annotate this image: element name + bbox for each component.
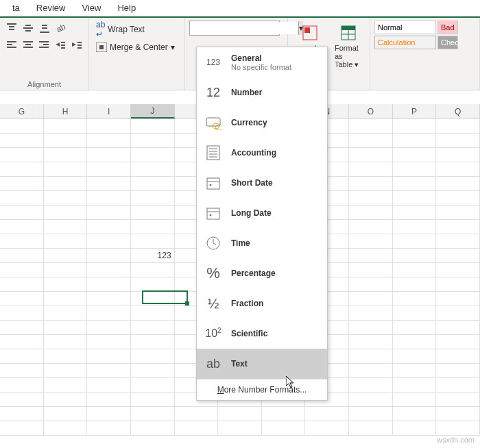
more-number-formats-link[interactable]: More Number Formats... [197,379,327,400]
decrease-indent-button[interactable] [53,37,68,52]
number-format-dropdown: 123 GeneralNo specific format 12 Number … [196,47,328,401]
format-option-percentage[interactable]: % Percentage [197,258,327,288]
menu-item-view[interactable]: View [73,1,109,15]
svg-rect-5 [25,30,31,32]
svg-rect-37 [207,146,219,160]
style-calculation[interactable]: Calculation [374,36,436,49]
style-check-cell[interactable]: Chec [437,36,458,49]
svg-marker-51 [286,376,293,388]
currency-icon [204,113,223,132]
merge-icon [96,42,107,52]
svg-rect-6 [42,25,47,26]
wrap-text-icon: ab↵ [96,20,105,39]
percentage-icon: % [204,264,223,283]
cell-styles-group: Normal Calculation Bad Chec [370,18,480,90]
col-header-j[interactable]: J [131,104,175,119]
align-right-button[interactable] [37,37,52,52]
col-header-h[interactable]: H [44,104,88,119]
number-format-input[interactable] [190,22,298,34]
svg-rect-9 [7,41,16,42]
menu-item-data[interactable]: ta [4,1,28,15]
orientation-button[interactable]: ab [53,21,69,36]
svg-marker-22 [72,42,76,47]
svg-rect-12 [23,41,33,42]
conditional-formatting-icon [300,23,320,42]
svg-marker-18 [56,42,60,47]
svg-rect-42 [207,178,219,189]
merge-center-label: Merge & Center [110,42,168,52]
svg-rect-21 [61,47,65,49]
svg-rect-1 [9,26,14,27]
format-option-currency[interactable]: Currency [197,108,327,138]
mouse-cursor-icon [286,376,297,390]
long-date-icon [204,203,223,223]
format-as-table-button[interactable]: Format asTable ▾ [331,21,366,88]
svg-rect-8 [40,32,49,33]
number-icon: 12 [204,83,223,102]
svg-rect-7 [42,27,47,29]
svg-rect-14 [23,47,33,48]
active-cell-outline [142,290,188,304]
wrap-text-button[interactable]: ab↵ Wrap Text [93,21,180,38]
style-bad[interactable]: Bad [437,21,458,34]
number-format-combo[interactable]: ▾ [189,21,280,36]
increase-indent-button[interactable] [69,37,84,52]
format-option-number[interactable]: 12 Number [197,77,327,108]
svg-rect-0 [7,23,16,25]
fraction-icon: ½ [204,294,223,313]
svg-rect-27 [99,45,104,49]
svg-rect-2 [9,29,14,30]
svg-rect-13 [25,44,31,45]
format-option-accounting[interactable]: Accounting [197,138,327,168]
svg-rect-17 [39,47,49,48]
format-option-general[interactable]: 123 GeneralNo specific format [197,47,327,77]
svg-rect-15 [39,41,49,42]
align-middle-button[interactable] [21,21,36,36]
svg-rect-23 [77,42,82,43]
svg-rect-3 [25,25,31,26]
align-center-button[interactable] [21,37,36,52]
format-as-table-icon [339,23,358,42]
format-option-time[interactable]: Time [197,228,327,258]
format-option-text[interactable]: ab Text [197,349,327,379]
short-date-icon [204,173,223,192]
menu-item-review[interactable]: Review [28,1,74,15]
scientific-icon: 102 [204,324,223,343]
col-header-i[interactable]: I [87,104,131,119]
general-icon: 123 [204,53,223,72]
chevron-down-icon: ▾ [171,42,175,52]
merge-center-button[interactable]: Merge & Center ▾ [93,38,180,56]
col-header-q[interactable]: Q [436,104,480,119]
svg-rect-45 [207,208,219,219]
align-bottom-button[interactable] [37,21,52,36]
svg-point-36 [215,125,221,130]
col-header-p[interactable]: P [393,104,437,119]
svg-rect-25 [77,47,82,49]
fill-handle[interactable] [185,301,189,306]
svg-rect-29 [304,27,310,33]
align-left-button[interactable] [4,37,19,52]
cell-j-value[interactable]: 123 [131,249,175,263]
menu-item-help[interactable]: Help [109,1,144,15]
alignment-group-label: Alignment [4,79,84,88]
svg-rect-16 [43,44,49,45]
time-icon [204,234,223,253]
svg-rect-24 [77,45,82,46]
svg-line-50 [213,243,216,245]
svg-rect-19 [61,42,65,43]
format-option-short-date[interactable]: Short Date [197,168,327,198]
col-header-o[interactable]: O [349,104,393,119]
wrap-merge-group: ab↵ Wrap Text Merge & Center ▾ [89,18,185,90]
format-option-long-date[interactable]: Long Date [197,198,327,228]
alignment-group: ab Alignment [0,18,89,90]
menu-bar: ta Review View Help [0,0,480,16]
svg-point-44 [210,184,212,186]
svg-rect-4 [23,27,33,29]
align-top-button[interactable] [4,21,19,36]
format-option-fraction[interactable]: ½ Fraction [197,288,327,319]
col-header-g[interactable]: G [0,104,44,119]
style-normal[interactable]: Normal [374,21,436,34]
text-icon: ab [204,354,223,373]
svg-point-47 [210,214,212,216]
format-option-scientific[interactable]: 102 Scientific [197,319,327,349]
